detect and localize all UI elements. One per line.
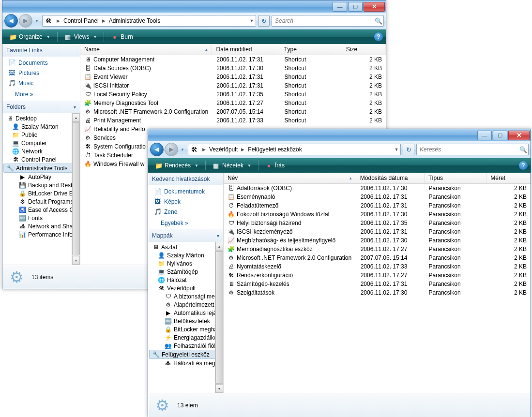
breadcrumb-sep-icon[interactable]: ▶ (240, 147, 246, 152)
file-row[interactable]: 🗄Adatforrások (ODBC)2006.11.02. 17:30Par… (224, 184, 531, 193)
back-button[interactable]: ◄ (150, 143, 164, 156)
tree-item[interactable]: 🔤Fonts (2, 214, 80, 222)
column-size[interactable]: Méret (486, 173, 531, 183)
close-button[interactable]: ✕ (364, 2, 385, 12)
file-row[interactable]: ⏱Feladatütemező2006.11.02. 17:31Parancsi… (224, 201, 531, 210)
column-name[interactable]: Name (80, 44, 212, 55)
folders-header[interactable]: Folders▾ (2, 101, 80, 113)
file-row[interactable]: 🧩Memory Diagnostics Tool2006.11.02. 17:2… (80, 99, 386, 107)
file-row[interactable]: 🛡Helyi biztonsági házirend2006.11.02. 17… (224, 219, 531, 227)
tree-item[interactable]: 🖥Asztal (148, 243, 223, 251)
tree-item[interactable]: 🔒BitLocker Drive Enc (2, 189, 80, 197)
tree-item[interactable]: ⚡Energiagazdálkodá (148, 333, 223, 342)
scroll-thumb[interactable] (72, 122, 80, 255)
tree-item[interactable]: 💻Computer (2, 139, 80, 147)
search-input[interactable] (417, 146, 518, 153)
breadcrumb-segment[interactable]: Administrative Tools (107, 15, 163, 26)
maximize-button[interactable]: ▢ (493, 131, 507, 140)
file-row[interactable]: 📈Megbízhatóság- és teljesítményfigyelő20… (224, 236, 531, 245)
favorites-header[interactable]: Favorite Links (2, 44, 80, 57)
breadcrumb-segment[interactable]: Felügyeleti eszközök (246, 144, 304, 155)
favorite-link[interactable]: 📄Documents (2, 58, 80, 68)
minimize-button[interactable]: — (333, 2, 347, 12)
column-name[interactable]: Név (224, 173, 356, 183)
organize-button[interactable]: 📁Organize▼ (5, 32, 54, 42)
breadcrumb-segment[interactable]: Vezérlőpult (207, 144, 240, 155)
tree-item[interactable]: ▶Automatikus leját (148, 309, 223, 317)
address-bar[interactable]: 🛠 ▶ Control Panel ▶ Administrative Tools… (42, 15, 256, 27)
refresh-button[interactable]: ↻ (258, 15, 270, 27)
tree-item[interactable]: 👤Szalay Márton (2, 122, 80, 131)
minimize-button[interactable]: — (477, 131, 492, 140)
file-row[interactable]: 🛡Local Security Policy2006.11.02. 17:35S… (80, 90, 386, 99)
file-row[interactable]: 📋Eseménynapló2006.11.02. 17:31Parancsiko… (224, 193, 531, 201)
tree-item[interactable]: 👤Szalay Márton (148, 251, 223, 259)
tree-item[interactable]: 🖥Desktop (2, 114, 80, 122)
views-button[interactable]: ▦Views▼ (61, 32, 101, 42)
file-row[interactable]: 🔌iSCSI Initiator2006.11.02. 17:31Shortcu… (80, 81, 386, 90)
tree-scrollbar[interactable]: ▴▾ (72, 113, 80, 265)
more-link[interactable]: Egyebek » (148, 218, 223, 229)
scroll-thumb[interactable] (215, 251, 223, 384)
tree-item[interactable]: 🔧Administrative Tools (3, 164, 79, 173)
history-dropdown-icon[interactable]: ▼ (35, 19, 39, 23)
column-type[interactable]: Típus (425, 173, 486, 183)
tree-item[interactable]: 🛠Vezérlőpult (148, 284, 223, 292)
file-row[interactable]: 🖨Nyomtatáskezelő2006.11.02. 17:33Parancs… (224, 262, 531, 271)
tree-item[interactable]: 🌐Hálózat (148, 276, 223, 284)
tree-item[interactable]: 📊Performance Infor (2, 230, 80, 238)
tree-item[interactable]: 📁Public (2, 131, 80, 139)
tree-item[interactable]: 🔧Felügyeleti eszköz (149, 350, 222, 359)
address-dropdown-icon[interactable]: ▼ (248, 18, 256, 23)
tree-item[interactable]: ▶AutoPlay (2, 173, 80, 181)
tree-item[interactable]: 🔤Betűkészletek (148, 317, 223, 325)
tree-item[interactable]: ⚙Default Programs (2, 197, 80, 206)
tree-item[interactable]: 💻Számítógép (148, 268, 223, 276)
views-button[interactable]: ▦Nézetek▼ (209, 161, 255, 171)
tree-scrollbar[interactable]: ▴▾ (215, 242, 223, 393)
help-button[interactable]: ? (519, 161, 528, 170)
search-input[interactable] (272, 17, 374, 24)
file-row[interactable]: ⚙Microsoft .NET Framework 2.0 Configurat… (80, 107, 386, 116)
file-row[interactable]: 📋Event Viewer2006.11.02. 17:31Shortcut2 … (80, 73, 386, 81)
search-icon[interactable]: 🔍 (518, 146, 528, 153)
burn-button[interactable]: ●Írás (261, 161, 289, 171)
refresh-button[interactable]: ↻ (403, 144, 414, 155)
burn-button[interactable]: ●Burn (107, 32, 137, 42)
tree-item[interactable]: 🛠Control Panel (2, 155, 80, 164)
tree-item[interactable]: 👥Felhasználói fióko (148, 342, 223, 350)
tree-item[interactable]: 🖧Hálózati és megos (148, 359, 223, 367)
file-row[interactable]: 🔌iSCSI-kezdeményező2006.11.02. 17:31Para… (224, 227, 531, 236)
history-dropdown-icon[interactable]: ▼ (181, 148, 184, 152)
file-row[interactable]: 🖨Print Management2006.11.02. 17:33Shortc… (80, 116, 386, 125)
titlebar[interactable]: — ▢ ✕ (2, 0, 386, 13)
tree-item[interactable]: 🌐Network (2, 147, 80, 155)
breadcrumb-sep-icon[interactable]: ▶ (101, 18, 107, 23)
tree-item[interactable]: 🖧Network and Shari (2, 222, 80, 230)
breadcrumb-sep-icon[interactable]: ▶ (55, 18, 61, 23)
tree-item[interactable]: ⚙Alapértelmezett pr (148, 300, 223, 309)
scroll-down-button[interactable]: ▾ (72, 256, 80, 265)
more-link[interactable]: More » (2, 89, 80, 101)
tree-item[interactable]: 💾Backup and Restore (2, 181, 80, 189)
breadcrumb-segment[interactable]: Control Panel (61, 15, 101, 26)
folders-header[interactable]: Mappák▾ (148, 229, 223, 242)
file-row[interactable]: 🗄Data Sources (ODBC)2006.11.02. 17:30Sho… (80, 64, 386, 73)
forward-button[interactable]: ► (19, 14, 32, 28)
help-button[interactable]: ? (374, 32, 383, 41)
maximize-button[interactable]: ▢ (348, 2, 363, 12)
tree-item[interactable]: 🛡A biztonsági ment (148, 292, 223, 300)
address-dropdown-icon[interactable]: ▼ (393, 147, 400, 152)
column-date[interactable]: Módosítás dátuma (356, 173, 425, 183)
tree-item[interactable]: 📁Nyilvános (148, 259, 223, 268)
address-bar[interactable]: 🛠 ▶ Vezérlőpult ▶ Felügyeleti eszközök ▼ (188, 144, 401, 155)
scroll-up-button[interactable]: ▴ (215, 242, 223, 251)
file-row[interactable]: 🛠Rendszerkonfiguráció2006.11.02. 17:27Pa… (224, 271, 531, 280)
column-type[interactable]: Type (280, 44, 342, 55)
file-row[interactable]: ⚙Microsoft .NET Framework 2.0 Configurat… (224, 253, 531, 262)
organize-button[interactable]: 📁Rendezés▼ (151, 161, 202, 171)
file-row[interactable]: ⚙Szolgáltatások2006.11.02. 17:30Parancsi… (224, 288, 531, 297)
favorite-link[interactable]: 🖼Pictures (2, 68, 80, 78)
tree-item[interactable]: ♿Ease of Access Cen (2, 206, 80, 214)
scroll-down-button[interactable]: ▾ (215, 384, 223, 393)
